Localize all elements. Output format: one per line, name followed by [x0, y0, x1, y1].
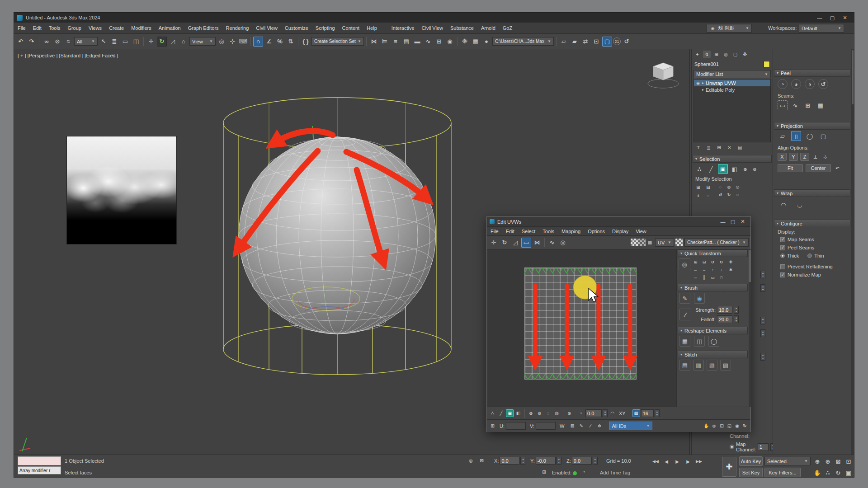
select-and-rotate-icon[interactable]: ↻: [157, 37, 167, 47]
select-and-place-icon[interactable]: ⌂: [179, 37, 189, 47]
go-to-start-icon[interactable]: ◀◀: [651, 456, 660, 466]
wrap-rollout-header[interactable]: Wrap: [774, 189, 850, 197]
flip-horizontal-icon[interactable]: ▭: [709, 274, 716, 281]
move-right-icon[interactable]: →: [701, 266, 708, 273]
uv-rotate-icon[interactable]: ↻: [500, 238, 509, 248]
snaps-toggle-icon[interactable]: ∩: [253, 37, 263, 47]
walk-through-icon[interactable]: ∴: [823, 468, 833, 478]
y-coordinate-field[interactable]: [536, 457, 556, 465]
brush-falloff-icon[interactable]: ∕: [679, 309, 691, 320]
selection-lock-icon[interactable]: ⊠: [478, 457, 486, 465]
configure-modifier-sets-icon[interactable]: ▤: [736, 144, 744, 151]
percent-snap-icon[interactable]: %: [275, 37, 285, 47]
pan-hand-icon[interactable]: ✋: [812, 468, 822, 478]
z-coordinate-field[interactable]: [572, 457, 592, 465]
uv-space-dropdown[interactable]: UV▼: [655, 238, 674, 247]
space-vertical-icon[interactable]: ║: [701, 274, 708, 281]
scene-explorer-icon[interactable]: ≡: [391, 37, 401, 47]
play-icon[interactable]: ▶: [672, 456, 682, 466]
maximize-icon[interactable]: ▢: [728, 218, 738, 225]
selection-rollout-header[interactable]: Selection: [693, 155, 772, 163]
align-horizontal-icon[interactable]: ⊞: [692, 258, 699, 265]
workspace-monitor-icon[interactable]: ▢: [602, 37, 612, 47]
grow-selection-icon[interactable]: ⊞: [694, 183, 702, 191]
keyboard-override-icon[interactable]: ⌨: [238, 37, 248, 47]
minimize-icon[interactable]: —: [718, 218, 728, 225]
relax-elements-icon[interactable]: ▦: [679, 336, 690, 347]
menu-group[interactable]: Group: [64, 23, 85, 33]
set-key-button[interactable]: Set Key: [739, 468, 763, 477]
quick-peel-icon[interactable]: ◔: [778, 79, 788, 89]
align-z-button[interactable]: Z: [800, 153, 809, 161]
prevent-reflattening-checkbox[interactable]: [780, 264, 785, 269]
uvw-menu-select[interactable]: Select: [518, 227, 539, 235]
move-down-icon[interactable]: ↓: [718, 266, 725, 273]
rotate-ccw-icon[interactable]: ↺: [709, 258, 716, 265]
menu-customize[interactable]: Customize: [281, 23, 312, 33]
spinner-snap-icon[interactable]: ⇅: [286, 37, 296, 47]
menu-scripting[interactable]: Scripting: [312, 23, 339, 33]
zoom-extents-icon[interactable]: ⊠: [833, 456, 843, 466]
planar-map-icon[interactable]: ▱: [778, 131, 788, 141]
menu-file[interactable]: File: [14, 23, 29, 33]
sync-icon[interactable]: ↺: [622, 37, 632, 47]
uv-canvas[interactable]: [487, 249, 676, 407]
reset-peel-icon[interactable]: ↺: [818, 79, 828, 89]
uv-ring-icon[interactable]: ◍: [553, 409, 561, 417]
edit-uvws-titlebar[interactable]: Edit UVWs — ▢ ✕: [487, 217, 750, 227]
menu-civil-view[interactable]: Civil View: [252, 23, 281, 33]
weld-together-icon[interactable]: ✱: [727, 266, 734, 273]
move-up-icon[interactable]: ↑: [709, 266, 716, 273]
uv-pan-hand-icon[interactable]: ✋: [703, 422, 710, 430]
uv-axis-label[interactable]: XY: [619, 411, 626, 416]
tab-create[interactable]: +: [693, 51, 701, 58]
orbit-icon[interactable]: ↻: [833, 468, 843, 478]
stitch-to-target-icon[interactable]: ▥: [693, 360, 704, 371]
go-to-end-icon[interactable]: ▶▶: [694, 456, 704, 466]
maximize-viewport-icon[interactable]: ▣: [844, 468, 854, 478]
schematic-view-icon[interactable]: ⊞: [434, 37, 444, 47]
select-plus-icon[interactable]: +: [694, 192, 702, 200]
layer-explorer-icon[interactable]: ▤: [401, 37, 411, 47]
menu-civil-view-2[interactable]: Civil View: [418, 23, 447, 33]
paint-select-plus-icon[interactable]: ⊕: [741, 165, 749, 173]
uv-loop-icon[interactable]: ◌: [544, 409, 552, 417]
select-and-manipulate-icon[interactable]: ⊹: [227, 37, 237, 47]
loop-shrink-icon[interactable]: ↻: [726, 191, 732, 198]
spinner-control[interactable]: [760, 329, 765, 337]
menu-tools[interactable]: Tools: [45, 23, 64, 33]
y-spinner[interactable]: [557, 457, 561, 465]
tab-utilities[interactable]: ※: [741, 51, 749, 58]
space-horizontal-icon[interactable]: ═: [692, 274, 699, 281]
modifier-list-dropdown[interactable]: Modifier List▼: [693, 70, 771, 78]
rotate-cw-icon[interactable]: ↻: [718, 258, 725, 265]
angle-snap-icon[interactable]: ∠: [264, 37, 274, 47]
uv-scale-icon[interactable]: ◿: [510, 238, 520, 248]
strength-field[interactable]: [717, 306, 732, 314]
uv-face-subobject-icon[interactable]: ▣: [506, 409, 514, 417]
stitch-custom-icon[interactable]: ▤: [679, 360, 690, 371]
ribbon-toggle-icon[interactable]: ▬: [412, 37, 422, 47]
uv-edge-subobject-icon[interactable]: ╱: [497, 409, 505, 417]
bind-to-spacewarp-icon[interactable]: ≈: [63, 37, 73, 47]
uv-falloff-space-icon[interactable]: ◎: [558, 238, 568, 248]
menu-edit[interactable]: Edit: [29, 23, 45, 33]
close-icon[interactable]: ✕: [738, 218, 748, 225]
uv-grow-selection-icon[interactable]: ⊕: [527, 409, 535, 417]
menu-views[interactable]: Views: [85, 23, 105, 33]
flip-vertical-icon[interactable]: ▯: [718, 274, 725, 281]
uvw-menu-mapping[interactable]: Mapping: [558, 227, 584, 235]
auto-key-button[interactable]: Auto Key: [739, 456, 763, 466]
isolate-selection-icon[interactable]: ◎: [467, 457, 475, 465]
project-path-dropdown[interactable]: C:\Users\CHA...3ds Max 2024▼: [492, 37, 554, 46]
plugin-icon-1[interactable]: ▱: [559, 37, 569, 47]
wrap-sphere-icon[interactable]: ◡: [794, 199, 806, 211]
ring-shrink-icon[interactable]: ◍: [726, 183, 732, 190]
point-to-point-seam-icon[interactable]: ∿: [790, 100, 800, 110]
cylindrical-map-icon[interactable]: ▯: [791, 131, 801, 141]
best-align-icon[interactable]: ⊹: [821, 153, 829, 161]
update-badge[interactable]: 21: [613, 38, 621, 45]
thin-radio[interactable]: [807, 253, 812, 258]
workspace-dropdown[interactable]: Default ▼: [799, 24, 844, 33]
tab-display[interactable]: ▢: [731, 51, 739, 58]
